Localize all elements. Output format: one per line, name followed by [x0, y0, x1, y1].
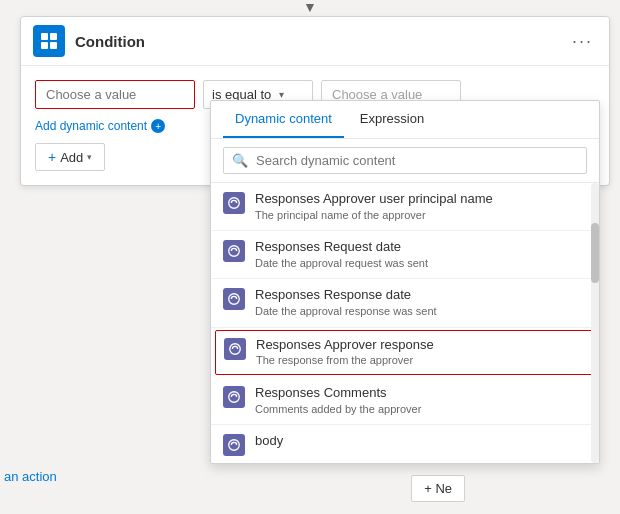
search-icon: 🔍: [232, 153, 248, 168]
item-icon: [223, 288, 245, 310]
bottom-section: an action + Ne: [0, 459, 620, 514]
item-text: Responses Response date Date the approva…: [255, 287, 587, 318]
action-text[interactable]: an action: [4, 469, 57, 484]
panel-items-list: Responses Approver user principal name T…: [211, 183, 599, 463]
item-icon: [223, 192, 245, 214]
svg-point-8: [229, 392, 240, 403]
add-plus-icon: +: [48, 149, 56, 165]
tab-expression[interactable]: Expression: [348, 101, 436, 138]
item-text: Responses Approver response The response…: [256, 337, 586, 368]
card-title: Condition: [75, 33, 568, 50]
list-item-highlighted[interactable]: Responses Approver response The response…: [215, 330, 595, 375]
svg-rect-1: [50, 33, 57, 40]
svg-point-7: [230, 343, 241, 354]
item-text: Responses Request date Date the approval…: [255, 239, 587, 270]
item-icon: [223, 386, 245, 408]
svg-rect-2: [41, 42, 48, 49]
svg-point-9: [229, 440, 240, 451]
first-value-input[interactable]: [35, 80, 195, 109]
tab-dynamic-content[interactable]: Dynamic content: [223, 101, 344, 138]
operator-chevron-icon: ▾: [279, 89, 284, 100]
list-item[interactable]: body: [211, 425, 599, 463]
dynamic-content-panel: Dynamic content Expression 🔍 Responses A…: [210, 100, 600, 464]
card-menu-button[interactable]: ···: [568, 27, 597, 56]
item-icon: [223, 240, 245, 262]
card-header: Condition ···: [21, 17, 609, 66]
add-button[interactable]: + Add ▾: [35, 143, 105, 171]
list-item[interactable]: Responses Comments Comments added by the…: [211, 377, 599, 425]
item-text: Responses Approver user principal name T…: [255, 191, 587, 222]
condition-icon: [33, 25, 65, 57]
panel-search-area: 🔍: [211, 139, 599, 183]
plus-badge-icon: +: [151, 119, 165, 133]
item-text: Responses Comments Comments added by the…: [255, 385, 587, 416]
item-text: body: [255, 433, 587, 450]
svg-point-5: [229, 246, 240, 257]
list-item[interactable]: Responses Request date Date the approval…: [211, 231, 599, 279]
new-button[interactable]: + Ne: [411, 475, 465, 502]
svg-rect-3: [50, 42, 57, 49]
scrollbar-track: [591, 183, 599, 463]
svg-point-4: [229, 198, 240, 209]
search-input-container: 🔍: [223, 147, 587, 174]
item-icon: [224, 338, 246, 360]
list-item[interactable]: Responses Response date Date the approva…: [211, 279, 599, 327]
condition-icon-svg: [39, 31, 59, 51]
svg-rect-0: [41, 33, 48, 40]
panel-tabs: Dynamic content Expression: [211, 101, 599, 139]
svg-point-6: [229, 294, 240, 305]
item-icon: [223, 434, 245, 456]
list-item[interactable]: Responses Approver user principal name T…: [211, 183, 599, 231]
search-input[interactable]: [256, 153, 578, 168]
add-chevron-icon: ▾: [87, 152, 92, 162]
scrollbar-thumb[interactable]: [591, 223, 599, 283]
connector-arrow-top: ▼: [300, 0, 320, 14]
